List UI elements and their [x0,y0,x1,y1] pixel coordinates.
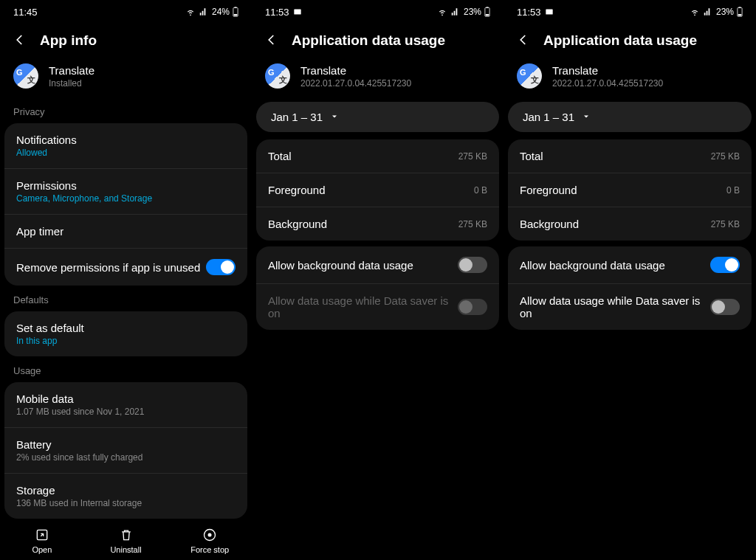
row-title: Mobile data [16,393,236,405]
row-title: Set as default [16,322,236,334]
row-sub: Camera, Microphone, and Storage [16,193,236,204]
defaults-label: Defaults [0,288,252,308]
notifications-row[interactable]: Notifications Allowed [4,123,247,169]
date-range-label: Jan 1 – 31 [523,111,574,123]
foreground-row: Foreground 0 B [508,173,752,207]
usage-stats-card: Total 275 KB Foreground 0 B Background 2… [508,139,752,241]
battery-percent: 23% [464,7,481,17]
battery-icon [233,7,238,17]
allow-data-saver-row[interactable]: Allow data usage while Data saver is on [508,284,752,330]
battery-icon [737,7,743,17]
svg-point-5 [208,533,212,537]
open-icon [35,528,49,542]
background-row: Background 275 KB [256,207,499,241]
page-title: Application data usage [292,32,445,49]
btn-label: Uninstall [110,545,141,554]
open-button[interactable]: Open [0,528,84,554]
svg-rect-12 [738,7,740,7]
row-sub: 2% used since last fully charged [16,452,236,463]
app-info-screen: 11:45 24% App info G文 Translate Installe… [0,0,252,560]
app-header: G文 Translate 2022.01.27.0.04.425517230 [252,59,504,97]
row-title: Allow data usage while Data saver is on [520,294,710,319]
svg-rect-1 [234,7,236,7]
date-range-selector[interactable]: Jan 1 – 31 [256,102,499,132]
status-time: 11:53 [517,7,541,18]
row-sub: Allowed [16,148,236,158]
row-title: Remove permissions if app is unused [16,261,206,274]
row-value: 275 KB [711,219,740,229]
permissions-row[interactable]: Permissions Camera, Microphone, and Stor… [4,169,247,215]
btn-label: Open [32,545,52,554]
row-sub: In this app [16,336,236,346]
screenshot-icon [292,7,303,17]
date-range-selector[interactable]: Jan 1 – 31 [508,102,752,132]
row-title: App timer [16,225,236,238]
signal-icon [703,7,713,17]
page-title: App info [40,32,97,49]
status-time: 11:45 [13,7,38,18]
row-title: Allow background data usage [268,259,458,272]
status-time: 11:53 [265,7,289,18]
row-label: Total [268,150,292,162]
header: App info [0,27,252,59]
bottom-bar: Open Uninstall Force stop [0,523,252,560]
row-sub: 136 MB used in Internal storage [16,498,236,508]
row-label: Background [520,218,579,230]
row-value: 0 B [726,185,740,196]
row-title: Storage [16,484,236,497]
chevron-down-icon [582,111,591,123]
battery-percent: 23% [716,7,734,17]
storage-row[interactable]: Storage 136 MB used in Internal storage [4,474,247,519]
data-usage-screen-bg-on: 11:53 23% Application data usage G文 Tran… [504,0,756,560]
force-stop-button[interactable]: Force stop [168,528,252,554]
allow-data-saver-row: Allow data usage while Data saver is on [256,284,499,330]
svg-rect-8 [486,7,488,7]
chevron-down-icon [330,111,339,123]
toggles-card: Allow background data usage Allow data u… [508,246,752,330]
app-version: 2022.01.27.0.04.425517230 [300,78,411,89]
background-row: Background 275 KB [508,207,752,241]
defaults-card: Set as default In this app [4,311,247,356]
signal-icon [199,7,209,17]
row-title: Battery [16,438,236,451]
set-default-row[interactable]: Set as default In this app [4,311,247,356]
app-name: Translate [300,64,411,77]
usage-stats-card: Total 275 KB Foreground 0 B Background 2… [256,139,499,241]
translate-app-icon: G文 [13,63,38,89]
back-icon[interactable] [13,33,28,48]
screenshot-icon [544,7,554,17]
uninstall-button[interactable]: Uninstall [84,528,168,554]
back-icon[interactable] [517,33,532,48]
stop-icon [202,528,217,542]
usage-label: Usage [0,359,252,379]
trash-icon [119,528,134,542]
toggles-card: Allow background data usage Allow data u… [256,246,499,330]
row-title: Permissions [16,179,236,192]
page-title: Application data usage [543,32,697,49]
app-status: Installed [49,78,94,89]
privacy-label: Privacy [0,100,252,120]
allow-data-saver-toggle[interactable] [710,299,740,315]
privacy-card: Notifications Allowed Permissions Camera… [4,123,247,286]
remove-permissions-toggle[interactable] [206,259,236,275]
total-row: Total 275 KB [508,139,752,173]
wifi-icon [437,7,447,17]
app-version: 2022.01.27.0.04.425517230 [552,78,663,89]
battery-percent: 24% [212,7,230,17]
status-bar: 11:53 23% [252,0,504,21]
row-label: Total [520,150,543,162]
allow-bg-toggle[interactable] [458,257,487,273]
remove-permissions-row[interactable]: Remove permissions if app is unused [4,249,247,286]
app-timer-row[interactable]: App timer [4,215,247,249]
allow-bg-row[interactable]: Allow background data usage [256,246,499,284]
allow-bg-toggle[interactable] [710,257,740,273]
mobile-data-row[interactable]: Mobile data 1.07 MB used since Nov 1, 20… [4,382,247,428]
app-header: G文 Translate Installed [0,59,252,97]
wifi-icon [185,7,196,17]
row-value: 0 B [474,185,487,196]
battery-row[interactable]: Battery 2% used since last fully charged [4,428,247,474]
back-icon[interactable] [265,33,280,48]
row-sub: 1.07 MB used since Nov 1, 2021 [16,407,236,417]
status-bar: 11:45 24% [0,0,252,21]
allow-bg-row[interactable]: Allow background data usage [508,246,752,284]
